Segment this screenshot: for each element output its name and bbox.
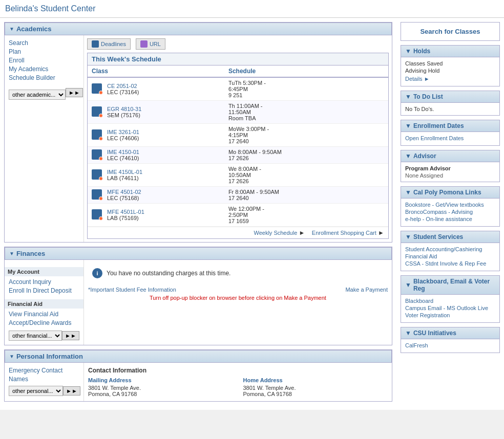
contact-header: Contact Information (88, 367, 388, 374)
class-code-link-0[interactable]: CE 2051-02 (107, 83, 137, 89)
personal-dropdown[interactable]: other personal... (9, 386, 63, 396)
academics-header[interactable]: ▼ Academics (5, 23, 392, 35)
enrollment-dates-header[interactable]: ▼ Enrollment Dates (401, 120, 499, 132)
mailing-label: Mailing Address (88, 377, 233, 383)
advisor-arrow: ▼ (405, 152, 411, 160)
class-type-1: SEM (75176) (107, 112, 220, 118)
schedule-icon-cell-5 (88, 187, 103, 204)
schedule-time-cell-6: We 12:00PM -2:50PM17 1659 (224, 204, 388, 227)
enrollment-cart-link[interactable]: Enrollment Shopping Cart (312, 230, 376, 236)
cal-poly-title: Cal Poly Pomona Links (413, 189, 481, 196)
class-code-link-5[interactable]: MFE 4501-02 (107, 189, 141, 195)
student-services-section: ▼ Student Services Student Accounting/Ca… (401, 231, 500, 271)
broncocompass-link[interactable]: BroncoCompass - Advising (405, 209, 495, 215)
student-accounting-link[interactable]: Student Accounting/Cashiering (405, 246, 495, 252)
schedule-icon-cell-2 (88, 124, 103, 147)
csu-arrow: ▼ (405, 330, 411, 337)
finances-content: My Account Account Inquiry Enroll In Dir… (5, 260, 392, 345)
cal-poly-arrow: ▼ (405, 189, 411, 196)
calfresh-link[interactable]: CalFresh (405, 342, 495, 348)
finances-section: ▼ Finances My Account Account Inquiry En… (4, 247, 392, 345)
holds-header[interactable]: ▼ Holds (401, 46, 499, 57)
names-link[interactable]: Names (9, 376, 79, 383)
accept-decline-link[interactable]: Accept/Decline Awards (9, 319, 79, 326)
col-class-header: Class (88, 65, 224, 77)
schedule-room-5: 17 2640 (228, 195, 384, 201)
bookstore-link[interactable]: Bookstore - Get/View textbooks (405, 202, 495, 208)
schedule-links: Weekly Schedule ► Enrollment Shopping Ca… (88, 227, 388, 238)
cal-poly-links-header[interactable]: ▼ Cal Poly Pomona Links (401, 187, 499, 199)
direct-deposit-link[interactable]: Enroll In Direct Deposit (9, 287, 79, 294)
home-address-col: Home Address 3801 W. Temple Ave. Pomona,… (243, 377, 388, 397)
class-code-link-6[interactable]: MFE 4501L-01 (107, 209, 144, 215)
finances-title: Finances (16, 250, 45, 257)
blackboard-section: ▼ Blackboard, Email & Voter Reg Blackboa… (401, 275, 500, 323)
account-inquiry-link[interactable]: Account Inquiry (9, 278, 79, 286)
advisor-title: Advisor (413, 152, 436, 160)
class-code-link-2[interactable]: IME 3261-01 (107, 129, 139, 135)
class-code-link-3[interactable]: IME 4150-01 (107, 149, 139, 155)
make-payment-link[interactable]: Make a Payment (345, 287, 388, 293)
blackboard-header[interactable]: ▼ Blackboard, Email & Voter Reg (401, 276, 499, 295)
cssa-link[interactable]: CSSA - Stdnt Involve & Rep Fee (405, 260, 495, 267)
campus-email-link[interactable]: Campus Email - MS Outlook Live (405, 305, 495, 311)
academics-go-button[interactable]: ►► (66, 88, 83, 97)
academics-enroll-link[interactable]: Enroll (9, 57, 79, 64)
enrollment-dates-content: Open Enrollment Dates (401, 132, 499, 145)
weekly-schedule-link[interactable]: Weekly Schedule (254, 230, 297, 236)
academics-schedulebuilder-link[interactable]: Schedule Builder (9, 74, 79, 81)
holds-content: Classes Saved Advising Hold Details ► (401, 57, 499, 86)
schedule-time-cell-0: TuTh 5:30PM -6:45PM9 251 (224, 77, 388, 101)
advisor-section: ▼ Advisor Program Advisor None Assigned (401, 150, 500, 182)
finances-header[interactable]: ▼ Finances (5, 247, 392, 260)
finances-go-button[interactable]: ►► (62, 331, 79, 340)
personal-header[interactable]: ▼ Personal Information (5, 350, 392, 363)
academics-dropdown-row: other academic... ►► (9, 85, 79, 100)
url-button[interactable]: URL (136, 38, 165, 50)
todo-header[interactable]: ▼ To Do List (401, 91, 499, 103)
no-charges-box: i You have no outstanding charges at thi… (88, 264, 388, 282)
open-enrollment-link[interactable]: Open Enrollment Dates (405, 135, 495, 141)
student-services-title: Student Services (413, 233, 463, 240)
advisor-header[interactable]: ▼ Advisor (401, 150, 499, 162)
view-financial-aid-link[interactable]: View Financial Aid (9, 311, 79, 318)
class-type-5: LEC (75168) (107, 195, 220, 201)
schedule-icon-cell-3 (88, 147, 103, 164)
fee-info-link[interactable]: *Important Student Fee Information (88, 287, 176, 293)
class-type-2: LEC (74606) (107, 135, 220, 141)
holds-section: ▼ Holds Classes Saved Advising Hold Deta… (401, 45, 500, 86)
class-code-link-1[interactable]: EGR 4810-31 (107, 106, 141, 112)
blackboard-arrow: ▼ (405, 281, 411, 289)
schedule-icon-cell-1 (88, 101, 103, 124)
csu-section: ▼ CSU Initiatives CalFresh (401, 327, 500, 353)
academics-dropdown[interactable]: other academic... (9, 90, 66, 100)
schedule-room-1: Room TBA (228, 115, 384, 121)
finances-dropdown[interactable]: other financial... (9, 331, 62, 341)
emergency-contact-link[interactable]: Emergency Contact (9, 367, 79, 374)
academics-search-link[interactable]: Search (9, 39, 79, 47)
ehelp-link[interactable]: e-help - On-line assistance (405, 216, 495, 222)
student-services-header[interactable]: ▼ Student Services (401, 231, 499, 243)
page-title: Belinda's Student Center (0, 0, 504, 18)
csu-header[interactable]: ▼ CSU Initiatives (401, 327, 499, 339)
schedule-room-4: 17 2626 (228, 178, 384, 184)
todo-section: ▼ To Do List No To Do's. (401, 91, 500, 116)
voter-registration-link[interactable]: Voter Registration (405, 312, 495, 318)
academics-title: Academics (16, 25, 52, 33)
finances-nav: My Account Account Inquiry Enroll In Dir… (5, 260, 84, 345)
search-classes-box: Search for Classes (401, 22, 500, 41)
cal-poly-links-section: ▼ Cal Poly Pomona Links Bookstore - Get/… (401, 186, 500, 227)
personal-go-button[interactable]: ►► (63, 386, 80, 396)
academics-myadademics-link[interactable]: My Academics (9, 65, 79, 73)
financial-aid-right-link[interactable]: Financial Aid (405, 253, 495, 259)
deadlines-button[interactable]: Deadlines (87, 38, 131, 50)
blackboard-link[interactable]: Blackboard (405, 298, 495, 304)
class-type-3: LEC (74610) (107, 155, 220, 161)
search-classes-button[interactable]: Search for Classes (401, 23, 499, 40)
schedule-row-0: CE 2051-02LEC (73164)TuTh 5:30PM -6:45PM… (88, 77, 388, 101)
academics-plan-link[interactable]: Plan (9, 48, 79, 55)
schedule-section: This Week's Schedule Class Schedule CE 2 (87, 53, 389, 239)
academics-main: Deadlines URL This Week's Schedule (84, 35, 392, 242)
class-code-link-4[interactable]: IME 4150L-01 (107, 169, 142, 175)
holds-details-link[interactable]: Details ► (405, 76, 495, 82)
